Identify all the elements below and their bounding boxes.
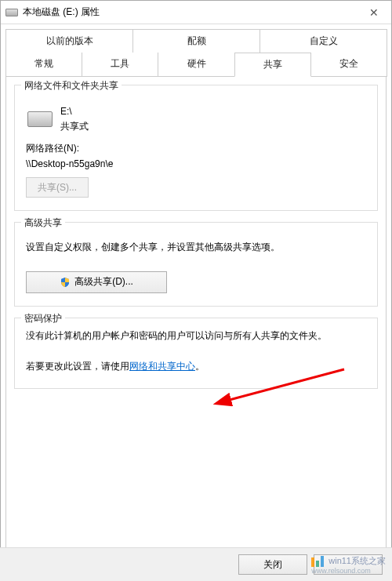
advanced-sharing-group: 高级共享 设置自定义权限，创建多个共享，并设置其他高级共享选项。 高级共享(D)… [14, 222, 378, 306]
network-sharing-center-link[interactable]: 网络和共享中心 [129, 361, 195, 372]
password-protection-group: 密码保护 没有此计算机的用户帐户和密码的用户可以访问与所有人共享的文件夹。 若要… [14, 318, 378, 389]
close-button[interactable]: 关闭 [238, 554, 307, 575]
network-sharing-legend: 网络文件和文件夹共享 [21, 79, 122, 93]
password-line2-suffix: 。 [195, 361, 205, 372]
sharing-panel: 网络文件和文件夹共享 E:\ 共享式 网络路径(N): \\Desktop-n5… [5, 76, 387, 562]
drive-large-icon [27, 111, 53, 127]
tab-general[interactable]: 常规 [5, 53, 82, 77]
password-line1: 没有此计算机的用户帐户和密码的用户可以访问与所有人共享的文件夹。 [26, 328, 366, 345]
advanced-sharing-legend: 高级共享 [21, 216, 65, 230]
close-icon[interactable]: ✕ [361, 3, 387, 22]
network-path-value: \\Desktop-n55ga9n\e [26, 158, 366, 169]
watermark-logo-icon [311, 556, 325, 567]
drive-icon [5, 9, 18, 16]
watermark-url: www.relsound.com [311, 567, 386, 575]
advanced-sharing-button-label: 高级共享(D)... [74, 275, 133, 289]
drive-path: E:\ [60, 104, 89, 119]
tab-tools[interactable]: 工具 [82, 53, 158, 77]
share-button: 共享(S)... [26, 177, 89, 198]
tab-row-2: 常规 工具 硬件 共享 安全 [5, 53, 387, 77]
network-sharing-group: 网络文件和文件夹共享 E:\ 共享式 网络路径(N): \\Desktop-n5… [14, 85, 378, 211]
watermark: win11系统之家 www.relsound.com [311, 555, 386, 575]
advanced-sharing-button[interactable]: 高级共享(D)... [26, 271, 167, 293]
tab-hardware[interactable]: 硬件 [158, 53, 234, 77]
titlebar: 本地磁盘 (E:) 属性 ✕ [1, 1, 391, 24]
tabs: 以前的版本 配额 自定义 常规 工具 硬件 共享 安全 [1, 24, 391, 77]
password-line2-prefix: 若要更改此设置，请使用 [26, 361, 129, 372]
share-text: E:\ 共享式 [60, 104, 89, 134]
tab-customize[interactable]: 自定义 [260, 29, 387, 53]
password-text: 没有此计算机的用户帐户和密码的用户可以访问与所有人共享的文件夹。 若要更改此设置… [26, 328, 366, 376]
properties-dialog: 本地磁盘 (E:) 属性 ✕ 以前的版本 配额 自定义 常规 工具 硬件 共享 … [0, 0, 392, 564]
network-path-label: 网络路径(N): [26, 142, 366, 155]
watermark-text: win11系统之家 [328, 556, 386, 565]
share-info-row: E:\ 共享式 [27, 104, 366, 134]
password-line2: 若要更改此设置，请使用网络和共享中心。 [26, 358, 366, 376]
tab-previous-versions[interactable]: 以前的版本 [5, 29, 133, 53]
advanced-sharing-desc: 设置自定义权限，创建多个共享，并设置其他高级共享选项。 [26, 240, 366, 255]
share-status: 共享式 [60, 119, 89, 134]
tab-sharing[interactable]: 共享 [234, 53, 311, 77]
tab-row-1: 以前的版本 配额 自定义 [5, 29, 387, 53]
uac-shield-icon [60, 277, 71, 288]
password-protection-legend: 密码保护 [21, 312, 65, 325]
window-title: 本地磁盘 (E:) 属性 [23, 5, 361, 19]
tab-quota[interactable]: 配额 [132, 29, 260, 53]
tab-security[interactable]: 安全 [310, 53, 387, 77]
